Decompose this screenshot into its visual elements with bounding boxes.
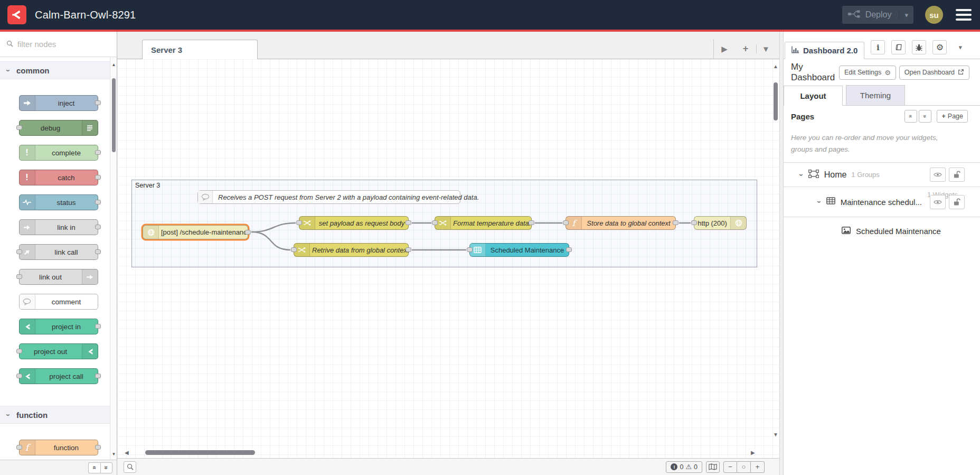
output-port[interactable] bbox=[95, 374, 101, 378]
output-port[interactable] bbox=[673, 220, 679, 225]
scroll-up-icon[interactable]: ▲ bbox=[772, 63, 779, 69]
palette-node-project-in[interactable]: project in bbox=[19, 319, 98, 334]
tab-theming[interactable]: Theming bbox=[846, 85, 905, 105]
input-port[interactable] bbox=[16, 249, 22, 254]
unlock-button[interactable] bbox=[949, 167, 965, 182]
flow-canvas[interactable]: Server 3 Receives a POST request from Se… bbox=[117, 59, 779, 458]
palette-node-inject[interactable]: inject bbox=[19, 95, 98, 111]
collapse-all-categories-button[interactable]: « bbox=[88, 462, 100, 473]
output-port[interactable] bbox=[95, 200, 101, 204]
tree-row-page-home[interactable]: › Home 1 Groups bbox=[784, 162, 980, 187]
canvas-vertical-scrollbar[interactable]: ▲ ▼ bbox=[772, 59, 779, 458]
input-port[interactable] bbox=[16, 445, 22, 450]
input-port[interactable] bbox=[16, 125, 22, 130]
input-port[interactable] bbox=[563, 220, 569, 225]
flow-node-ui-table[interactable]: Scheduled Maintenance bbox=[469, 243, 569, 257]
palette-node-debug[interactable]: debug bbox=[19, 120, 98, 136]
output-port[interactable] bbox=[529, 220, 534, 225]
info-button[interactable]: i bbox=[871, 40, 885, 54]
output-port[interactable] bbox=[566, 247, 572, 252]
palette-node-catch[interactable]: ! catch bbox=[19, 170, 98, 185]
palette-category-function[interactable]: › function bbox=[0, 406, 117, 424]
palette-node-link-call[interactable]: link call bbox=[19, 244, 98, 260]
input-port[interactable] bbox=[16, 374, 22, 378]
visibility-eye-button[interactable] bbox=[930, 195, 946, 209]
chevron-down-icon[interactable]: › bbox=[797, 173, 806, 176]
collapse-all-button[interactable]: « bbox=[904, 110, 917, 123]
tree-row-group-maintenance[interactable]: › Maintenance schedul... 1 Widgets bbox=[784, 187, 980, 217]
palette-scrollbar-thumb[interactable] bbox=[112, 78, 116, 152]
edit-settings-button[interactable]: Edit Settings ⚙ bbox=[839, 66, 896, 80]
tree-row-widget-scheduled-maintenance[interactable]: Scheduled Maintenance bbox=[784, 217, 980, 245]
flow-node-comment[interactable]: Receives a POST request from Server 2 wi… bbox=[197, 190, 460, 204]
tab-layout[interactable]: Layout bbox=[784, 86, 843, 106]
output-port[interactable] bbox=[95, 225, 101, 229]
input-port[interactable] bbox=[296, 220, 302, 225]
sidebar-options-caret[interactable]: ▾ bbox=[958, 43, 962, 51]
output-port[interactable] bbox=[95, 445, 101, 450]
palette-scrollbar[interactable]: ▲ ▼ bbox=[110, 57, 117, 460]
scroll-tabs-right-icon[interactable]: ▶ bbox=[714, 44, 735, 54]
flowfuse-logo[interactable] bbox=[7, 5, 26, 24]
output-port[interactable] bbox=[95, 175, 101, 180]
expand-all-button[interactable]: » bbox=[919, 110, 931, 123]
notification-counts[interactable]: ! 0 ⚠ 0 bbox=[666, 461, 702, 473]
expand-all-categories-button[interactable]: » bbox=[100, 462, 112, 473]
palette-node-comment[interactable]: comment bbox=[19, 294, 98, 310]
input-port[interactable] bbox=[291, 247, 297, 252]
flow-list-caret[interactable]: ▼ bbox=[756, 44, 775, 53]
flow-node-http-in[interactable]: [post] /schedule-maintenance bbox=[143, 225, 248, 239]
visibility-eye-button[interactable] bbox=[930, 167, 946, 182]
canvas-horizontal-scrollbar[interactable]: ◀ ▶ bbox=[117, 450, 779, 456]
palette-node-link-out[interactable]: link out bbox=[19, 269, 98, 285]
palette-node-project-call[interactable]: project call bbox=[19, 368, 98, 384]
scroll-right-icon[interactable]: ▶ bbox=[751, 450, 755, 455]
scroll-down-icon[interactable]: ▼ bbox=[111, 452, 117, 457]
flow-node-http-response[interactable]: http (200) bbox=[694, 216, 747, 230]
search-flows-button[interactable] bbox=[124, 461, 136, 473]
flow-node-format-temperature[interactable]: Format temperature data. bbox=[435, 216, 532, 230]
output-port[interactable] bbox=[95, 324, 101, 329]
open-dashboard-button[interactable]: Open Dashboard bbox=[899, 66, 969, 80]
deploy-options-caret[interactable]: ▾ bbox=[899, 11, 908, 19]
output-port[interactable] bbox=[406, 247, 411, 252]
scroll-down-icon[interactable]: ▼ bbox=[772, 432, 779, 437]
h-scrollbar-thumb[interactable] bbox=[145, 450, 255, 455]
sidebar-tab-dashboard[interactable]: Dashboard 2.0 bbox=[785, 42, 864, 59]
input-port[interactable] bbox=[16, 274, 22, 279]
scroll-up-icon[interactable]: ▲ bbox=[111, 62, 117, 67]
sidebar-splitter[interactable] bbox=[779, 32, 784, 475]
flow-node-set-payload[interactable]: set payload as request body bbox=[299, 216, 409, 230]
user-avatar[interactable]: su bbox=[925, 6, 943, 24]
flow-node-retrieve-global[interactable]: Retrive data from global context bbox=[294, 243, 409, 257]
output-port[interactable] bbox=[95, 100, 101, 105]
flow-tab-server-3[interactable]: Server 3 bbox=[142, 40, 258, 59]
input-port[interactable] bbox=[16, 349, 22, 353]
zoom-reset-button[interactable]: ○ bbox=[737, 461, 751, 473]
deploy-button[interactable]: Deploy ▾ bbox=[842, 6, 913, 24]
input-port[interactable] bbox=[691, 220, 697, 225]
output-port[interactable] bbox=[95, 249, 101, 254]
settings-gear-button[interactable]: ⚙ bbox=[932, 40, 947, 54]
output-port[interactable] bbox=[95, 150, 101, 155]
unlock-button[interactable] bbox=[949, 195, 965, 209]
chevron-down-icon[interactable]: › bbox=[815, 201, 824, 203]
main-menu-button[interactable] bbox=[955, 7, 973, 23]
zoom-in-button[interactable]: + bbox=[751, 461, 765, 473]
output-port[interactable] bbox=[406, 220, 411, 225]
input-port[interactable] bbox=[467, 247, 473, 252]
palette-node-status[interactable]: status bbox=[19, 194, 98, 210]
help-book-button[interactable] bbox=[891, 40, 906, 54]
palette-node-project-out[interactable]: project out bbox=[19, 343, 98, 359]
add-flow-button[interactable]: + bbox=[735, 43, 756, 54]
palette-node-link-in[interactable]: link in bbox=[19, 219, 98, 235]
palette-filter-input[interactable] bbox=[17, 40, 97, 49]
input-port[interactable] bbox=[432, 220, 438, 225]
navigator-toggle-button[interactable] bbox=[706, 461, 720, 473]
flow-node-store-global[interactable]: f Store data to global context bbox=[566, 216, 676, 230]
v-scrollbar-thumb[interactable] bbox=[774, 82, 778, 120]
palette-node-function[interactable]: f function bbox=[19, 440, 98, 455]
palette-category-common[interactable]: › common bbox=[0, 61, 117, 79]
scroll-left-icon[interactable]: ◀ bbox=[125, 450, 129, 455]
debug-bug-button[interactable] bbox=[912, 40, 926, 54]
